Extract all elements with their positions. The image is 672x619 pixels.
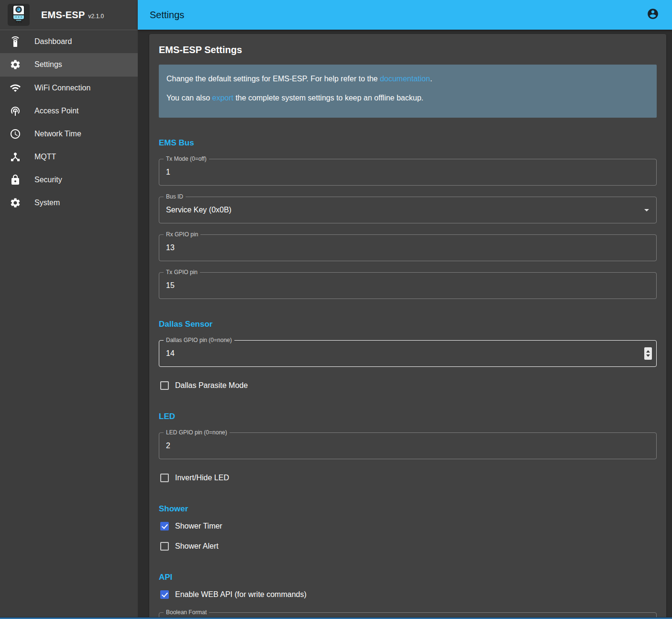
- sidebar-item-label: Access Point: [34, 107, 78, 115]
- section-title-ems-bus: EMS Bus: [159, 138, 657, 148]
- field-label: Tx GPIO pin: [164, 269, 200, 276]
- sidebar-item-label: Network Time: [34, 130, 81, 138]
- sidebar-item-label: Settings: [34, 60, 62, 69]
- export-link[interactable]: export: [212, 94, 233, 102]
- sidebar-item-settings[interactable]: Settings: [0, 53, 138, 76]
- field-value: 1: [166, 168, 170, 177]
- invert-led-checkbox-row[interactable]: Invert/Hide LED: [159, 472, 229, 484]
- app-name: EMS-ESP: [41, 10, 85, 21]
- number-stepper[interactable]: [644, 347, 652, 360]
- sidebar-item-system[interactable]: System: [0, 191, 138, 214]
- sidebar: EMS-ESP v2.1.0 Dashboard Settings WiFi C…: [0, 0, 138, 619]
- sidebar-header: EMS-ESP v2.1.0: [0, 0, 138, 30]
- field-value: 14: [166, 349, 175, 358]
- section-title-api: API: [159, 573, 657, 582]
- field-value: Service Key (0x0B): [166, 206, 231, 214]
- account-circle-icon: [647, 8, 659, 22]
- checkbox-label: Dallas Parasite Mode: [175, 381, 248, 390]
- card-heading: EMS-ESP Settings: [159, 44, 657, 56]
- tx-gpio-field[interactable]: Tx GPIO pin 15: [159, 272, 657, 299]
- field-label: Tx Mode (0=off): [164, 155, 209, 163]
- section-title-led: LED: [159, 412, 657, 421]
- lock-icon: [10, 174, 21, 186]
- section-title-dallas-sensor: Dallas Sensor: [159, 320, 657, 329]
- wifi-tethering-icon: [10, 105, 21, 117]
- info-text: the complete system settings to keep an …: [233, 94, 423, 102]
- sidebar-item-security[interactable]: Security: [0, 168, 138, 191]
- dallas-gpio-field[interactable]: Dallas GPIO pin (0=none) 14: [159, 340, 657, 367]
- bus-id-select[interactable]: Bus ID Service Key (0x0B): [159, 197, 657, 223]
- info-line-2: You can also export the complete system …: [166, 93, 649, 103]
- checkbox[interactable]: [160, 522, 169, 531]
- field-value: 2: [166, 442, 170, 450]
- sidebar-item-label: System: [34, 199, 60, 207]
- gear-icon: [10, 59, 21, 70]
- sidebar-item-label: MQTT: [34, 153, 56, 161]
- settings-remote-icon: [10, 36, 21, 47]
- checkbox[interactable]: [160, 474, 169, 482]
- brand: EMS-ESP v2.1.0: [41, 10, 104, 21]
- boiler-icon: [11, 4, 27, 25]
- field-value: 15: [166, 281, 175, 290]
- sidebar-item-label: Dashboard: [34, 37, 72, 46]
- appbar: Settings: [138, 0, 672, 30]
- enable-web-api-checkbox-row[interactable]: Enable WEB API (for write commands): [159, 589, 307, 600]
- chevron-down-icon: [644, 209, 649, 211]
- wifi-icon: [10, 82, 21, 94]
- checkbox[interactable]: [160, 590, 169, 599]
- sidebar-item-mqtt[interactable]: MQTT: [0, 145, 138, 168]
- checkbox-label: Shower Timer: [175, 522, 222, 531]
- sidebar-item-label: WiFi Connection: [34, 84, 90, 92]
- main-content: EMS-ESP Settings Change the default sett…: [138, 30, 672, 619]
- field-value: 13: [166, 243, 175, 252]
- info-text: Change the default settings for EMS-ESP.…: [166, 75, 380, 83]
- info-box: Change the default settings for EMS-ESP.…: [159, 65, 657, 118]
- sidebar-item-access-point[interactable]: Access Point: [0, 99, 138, 122]
- rx-gpio-field[interactable]: Rx GPIO pin 13: [159, 234, 657, 261]
- checkbox-label: Enable WEB API (for write commands): [175, 590, 307, 599]
- field-label: Rx GPIO pin: [164, 231, 200, 238]
- sidebar-item-wifi-connection[interactable]: WiFi Connection: [0, 77, 138, 99]
- checkbox-label: Invert/Hide LED: [175, 474, 229, 482]
- tx-mode-field[interactable]: Tx Mode (0=off) 1: [159, 159, 657, 186]
- settings-card: EMS-ESP Settings Change the default sett…: [149, 34, 666, 619]
- app-logo: [8, 4, 30, 26]
- bottom-accent-strip: [0, 617, 672, 619]
- section-title-shower: Shower: [159, 504, 657, 514]
- gear-icon: [10, 197, 21, 209]
- sidebar-item-network-time[interactable]: Network Time: [0, 122, 138, 145]
- stepper-down-icon[interactable]: [646, 354, 650, 357]
- checkbox[interactable]: [160, 542, 169, 551]
- stepper-up-icon[interactable]: [646, 350, 650, 353]
- page-title: Settings: [150, 10, 184, 21]
- checkbox-label: Shower Alert: [175, 542, 219, 551]
- field-label: Boolean Format: [164, 609, 209, 616]
- field-label: LED GPIO pin (0=none): [164, 429, 230, 436]
- led-gpio-field[interactable]: LED GPIO pin (0=none) 2: [159, 432, 657, 459]
- sidebar-item-label: Security: [34, 176, 62, 184]
- field-label: Bus ID: [164, 193, 186, 200]
- sidebar-item-dashboard[interactable]: Dashboard: [0, 30, 138, 53]
- checkbox[interactable]: [160, 381, 169, 390]
- device-hub-icon: [10, 151, 21, 163]
- documentation-link[interactable]: documentation: [380, 75, 430, 83]
- info-text: .: [430, 75, 432, 83]
- info-line-1: Change the default settings for EMS-ESP.…: [166, 74, 649, 84]
- field-label: Dallas GPIO pin (0=none): [164, 337, 234, 344]
- info-text: You can also: [166, 94, 212, 102]
- shower-timer-checkbox-row[interactable]: Shower Timer: [159, 520, 222, 532]
- app-version: v2.1.0: [88, 13, 104, 20]
- clock-icon: [10, 128, 21, 140]
- shower-alert-checkbox-row[interactable]: Shower Alert: [159, 541, 219, 552]
- account-button[interactable]: [646, 8, 660, 22]
- dallas-parasite-checkbox-row[interactable]: Dallas Parasite Mode: [159, 380, 248, 391]
